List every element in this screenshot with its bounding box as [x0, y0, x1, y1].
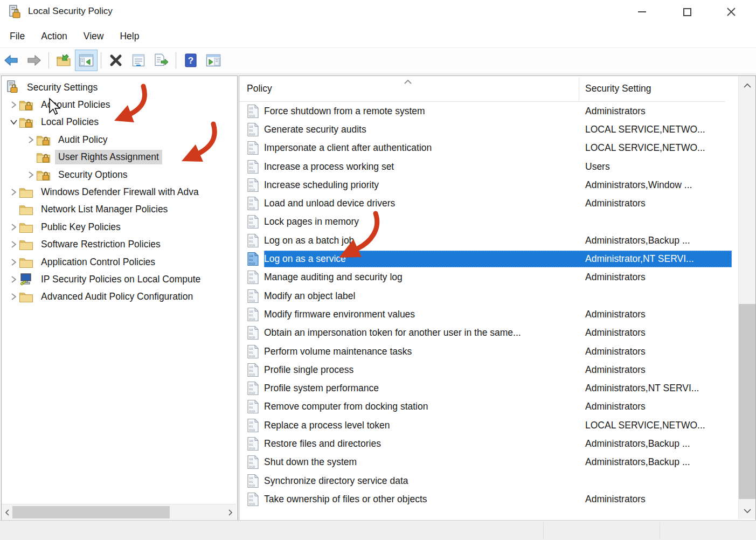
- policy-row-force-shutdown-from-a-remote-system[interactable]: 1001010Force shutdown from a remote syst…: [239, 102, 737, 120]
- chevron-down-icon[interactable]: [8, 119, 19, 125]
- svg-text:01: 01: [249, 369, 253, 373]
- maximize-button[interactable]: [675, 1, 699, 23]
- policy-row-obtain-an-impersonation-token-for-another-user-in-the-same[interactable]: 1001010Obtain an impersonation token for…: [239, 324, 737, 342]
- status-bar: [0, 520, 756, 540]
- chevron-right-icon[interactable]: [8, 101, 19, 109]
- tree-item-application-control-policies[interactable]: Application Control Policies: [2, 253, 238, 271]
- close-button[interactable]: [719, 1, 744, 23]
- policy-row-generate-security-audits[interactable]: 1001010Generate security auditsLOCAL SER…: [239, 120, 737, 139]
- horizontal-scrollbar[interactable]: [2, 504, 236, 520]
- status-bar-divider: [660, 522, 660, 539]
- menu-file[interactable]: File: [2, 29, 33, 44]
- svg-text:10: 10: [249, 328, 253, 332]
- properties-button[interactable]: [127, 50, 150, 71]
- policy-row-synchronize-directory-service-data[interactable]: 1001010Synchronize directory service dat…: [239, 472, 737, 490]
- menu-help[interactable]: Help: [112, 29, 147, 44]
- svg-text:01: 01: [249, 406, 253, 410]
- scroll-left-arrow-icon[interactable]: [2, 504, 12, 520]
- chevron-right-icon[interactable]: [8, 258, 19, 266]
- svg-text:010: 010: [249, 151, 255, 155]
- minimize-button[interactable]: [629, 1, 654, 23]
- tree-item-windows-defender-firewall-with-adva[interactable]: Windows Defender Firewall with Adva: [2, 183, 238, 200]
- tree-item-public-key-policies[interactable]: Public Key Policies: [2, 218, 238, 236]
- policy-row-increase-a-process-working-set[interactable]: 1001010Increase a process working setUse…: [239, 157, 737, 176]
- svg-text:10: 10: [249, 365, 253, 369]
- policy-row-restore-files-and-directories[interactable]: 1001010Restore files and directoriesAdmi…: [239, 434, 737, 453]
- forward-button[interactable]: [23, 50, 45, 71]
- policy-row-profile-single-process[interactable]: 1001010Profile single processAdministrat…: [239, 361, 737, 379]
- svg-text:010: 010: [249, 225, 255, 229]
- tree-item-network-list-manager-policies[interactable]: Network List Manager Policies: [2, 201, 238, 218]
- scroll-right-arrow-icon[interactable]: [225, 504, 236, 520]
- folder-lock-icon: [19, 99, 33, 111]
- svg-text:01: 01: [249, 240, 253, 244]
- chevron-right-icon[interactable]: [8, 188, 19, 196]
- chevron-right-icon[interactable]: [8, 275, 19, 283]
- tree-item-label: Account Policies: [38, 98, 113, 112]
- policy-row-shut-down-the-system[interactable]: 1001010Shut down the systemAdministrator…: [239, 453, 737, 472]
- export-list-icon: [154, 53, 169, 67]
- tree-item-audit-policy[interactable]: Audit Policy: [2, 131, 238, 148]
- tree-item-advanced-audit-policy-configuration[interactable]: Advanced Audit Policy Configuration: [2, 288, 238, 306]
- forward-arrow-icon: [26, 54, 41, 67]
- tree-item-software-restriction-policies[interactable]: Software Restriction Policies: [2, 236, 238, 253]
- menu-view[interactable]: View: [75, 29, 112, 44]
- security-setting-value: LOCAL SERVICE,NETWO...: [585, 124, 732, 135]
- up-one-level-button[interactable]: [52, 50, 75, 71]
- svg-text:10: 10: [249, 421, 253, 425]
- chevron-right-icon[interactable]: [8, 223, 19, 231]
- policy-row-load-and-unload-device-drivers[interactable]: 1001010Load and unload device driversAdm…: [239, 194, 737, 212]
- chevron-right-icon[interactable]: [8, 293, 19, 301]
- policy-row-lock-pages-in-memory[interactable]: 1001010Lock pages in memory: [239, 213, 737, 231]
- policy-row-perform-volume-maintenance-tasks[interactable]: 1001010Perform volume maintenance tasksA…: [239, 342, 737, 361]
- policy-row-modify-firmware-environment-values[interactable]: 1001010Modify firmware environment value…: [239, 305, 737, 323]
- tree-item-local-policies[interactable]: Local Policies: [2, 114, 238, 131]
- policy-row-log-on-as-a-service[interactable]: 1001010Log on as a serviceAdministrator,…: [239, 250, 737, 268]
- vertical-scrollbar[interactable]: [738, 76, 755, 519]
- policy-row-impersonate-a-client-after-authentication[interactable]: 1001010Impersonate a client after authen…: [239, 139, 737, 157]
- policy-row-body: Log on as a batch jobAdministrators,Back…: [264, 232, 732, 249]
- column-divider[interactable]: [579, 77, 579, 101]
- security-setting-value: Administrators,NT SERVI...: [585, 383, 732, 394]
- policy-row-take-ownership-of-files-or-other-objects[interactable]: 1001010Take ownership of files or other …: [239, 490, 737, 508]
- svg-text:010: 010: [249, 262, 255, 266]
- chevron-right-icon[interactable]: [8, 240, 19, 248]
- show-action-pane-button[interactable]: [202, 50, 225, 71]
- policy-row-body: Modify an object label: [264, 288, 732, 304]
- policy-row-modify-an-object-label[interactable]: 1001010Modify an object label: [239, 287, 737, 305]
- security-setting-value: LOCAL SERVICE,NETWO...: [585, 420, 732, 431]
- policy-row-remove-computer-from-docking-station[interactable]: 1001010Remove computer from docking stat…: [239, 398, 737, 416]
- show-console-tree-button[interactable]: [75, 50, 98, 71]
- policy-row-profile-system-performance[interactable]: 1001010Profile system performanceAdminis…: [239, 379, 737, 397]
- policy-row-log-on-as-a-batch-job[interactable]: 1001010Log on as a batch jobAdministrato…: [239, 231, 737, 250]
- tree-item-security-settings[interactable]: Security Settings: [2, 79, 238, 96]
- tree-item-user-rights-assignment[interactable]: User Rights Assignment: [2, 149, 238, 166]
- column-header-policy[interactable]: Policy: [247, 83, 272, 94]
- menu-action[interactable]: Action: [33, 29, 75, 44]
- folder-icon: [19, 186, 33, 198]
- chevron-right-icon[interactable]: [25, 171, 36, 179]
- tree-item-security-options[interactable]: Security Options: [2, 166, 238, 183]
- back-button[interactable]: [0, 50, 23, 71]
- export-list-button[interactable]: [150, 50, 172, 71]
- tree-item-label: IP Security Policies on Local Compute: [38, 272, 204, 287]
- chevron-right-icon[interactable]: [25, 136, 36, 144]
- policy-row-replace-a-process-level-token[interactable]: 1001010Replace a process level tokenLOCA…: [239, 416, 737, 434]
- delete-button[interactable]: [105, 50, 127, 71]
- svg-text:10: 10: [249, 384, 253, 387]
- policy-row-body: Lock pages in memory: [264, 213, 732, 230]
- horizontal-scroll-thumb[interactable]: [12, 506, 170, 518]
- svg-text:010: 010: [249, 484, 255, 488]
- column-header-security-setting[interactable]: Security Setting: [585, 83, 651, 94]
- folder-lock-icon: [19, 116, 33, 128]
- vertical-scroll-thumb[interactable]: [739, 304, 755, 499]
- tree-item-ip-security-policies-on-local-compute[interactable]: IP Security Policies on Local Compute: [2, 271, 238, 288]
- tree-item-account-policies[interactable]: Account Policies: [2, 96, 238, 113]
- scroll-up-arrow-icon[interactable]: [739, 77, 755, 93]
- policy-row-increase-scheduling-priority[interactable]: 1001010Increase scheduling priorityAdmin…: [239, 176, 737, 194]
- scroll-down-arrow-icon[interactable]: [739, 503, 755, 519]
- window-title: Local Security Policy: [28, 6, 113, 17]
- policy-row-manage-auditing-and-security-log[interactable]: 1001010Manage auditing and security logA…: [239, 268, 737, 287]
- help-button[interactable]: ?: [179, 50, 202, 71]
- svg-text:10: 10: [249, 236, 253, 240]
